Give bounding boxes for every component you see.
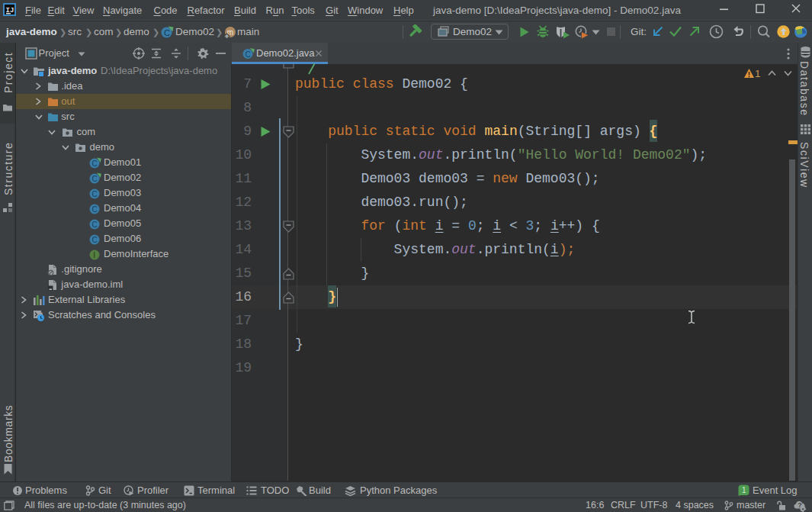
- svg-text:C: C: [91, 221, 97, 229]
- svg-text:C: C: [91, 159, 97, 168]
- svg-text:C: C: [91, 175, 97, 183]
- svg-text:C: C: [246, 50, 251, 59]
- svg-text:?: ?: [798, 501, 802, 509]
- svg-text:C: C: [91, 236, 97, 244]
- svg-text:C: C: [91, 190, 97, 198]
- svg-text:I: I: [93, 251, 95, 259]
- svg-text:C: C: [91, 205, 97, 214]
- svg-text:C: C: [164, 28, 170, 37]
- svg-text:1: 1: [742, 486, 746, 494]
